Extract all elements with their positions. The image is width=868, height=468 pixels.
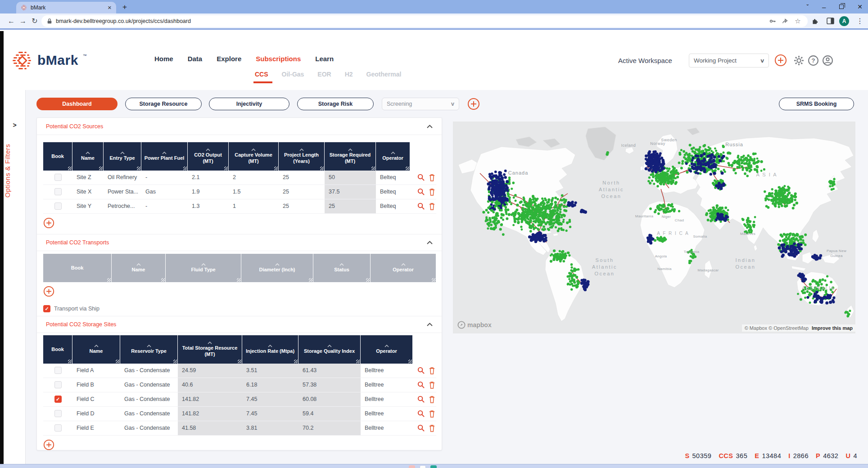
new-tab-button[interactable]: + (122, 3, 127, 12)
book-checkbox[interactable] (54, 202, 62, 210)
cell-storage-required[interactable]: 50 (325, 171, 376, 184)
inspect-magnifier-icon[interactable] (417, 174, 425, 181)
taskbar-app-icon[interactable] (420, 465, 426, 468)
browser-profile-avatar[interactable]: A (839, 16, 849, 26)
book-checkbox[interactable] (54, 396, 62, 403)
inspect-magnifier-icon[interactable] (417, 396, 425, 403)
nav-home[interactable]: Home (154, 55, 173, 63)
side-panel-icon[interactable] (826, 17, 835, 26)
browser-tab[interactable]: bMark ✕ (16, 2, 116, 14)
col-name[interactable]: Name (72, 335, 120, 364)
cell-injection-rate[interactable]: 3.51 (242, 364, 298, 378)
extensions-puzzle-icon[interactable] (810, 17, 819, 26)
col-operator[interactable]: Operator (361, 335, 413, 364)
delete-trash-icon[interactable] (429, 381, 435, 389)
back-button[interactable]: ← (5, 17, 17, 25)
collapse-chevron-icon[interactable] (427, 323, 433, 326)
cell-injection-rate[interactable]: 6.18 (242, 378, 298, 392)
col-book[interactable]: Book (43, 335, 72, 364)
bookmark-star-icon[interactable]: ☆ (793, 17, 802, 26)
book-checkbox[interactable] (54, 424, 62, 432)
working-project-select[interactable]: Working Project v (689, 54, 769, 68)
help-icon[interactable]: ? (808, 55, 819, 68)
nav-explore[interactable]: Explore (217, 55, 241, 63)
col-operator[interactable]: Operator (371, 254, 436, 282)
col-reservoir-type[interactable]: Reservoir Type (120, 335, 178, 364)
taskbar-app-icon[interactable] (409, 465, 415, 468)
cell-injection-rate[interactable]: 3.81 (242, 421, 298, 435)
add-source-button[interactable] (43, 217, 436, 230)
delete-trash-icon[interactable] (429, 396, 435, 403)
add-transport-button[interactable] (43, 286, 436, 299)
delete-trash-icon[interactable] (429, 174, 435, 181)
col-name[interactable]: Name (112, 254, 166, 282)
share-icon[interactable] (781, 17, 790, 26)
col-diameter[interactable]: Diameter (Inch) (241, 254, 313, 282)
taskbar-app-icon[interactable] (430, 465, 437, 468)
srms-booking-button[interactable]: SRMS Booking (779, 98, 854, 110)
address-bar[interactable]: bmark-dev.belltreegroup.co.uk/projects/c… (41, 15, 808, 27)
screening-select[interactable]: Screening v (382, 98, 459, 110)
subnav-eor[interactable]: EOR (317, 71, 331, 78)
subnav-ccs[interactable]: CCS (255, 71, 268, 78)
inspect-magnifier-icon[interactable] (417, 424, 425, 432)
collapse-chevron-icon[interactable] (427, 125, 433, 128)
password-key-icon[interactable] (768, 17, 777, 26)
cell-storage-required[interactable]: 37.5 (325, 185, 376, 199)
book-checkbox[interactable] (54, 381, 62, 388)
inspect-magnifier-icon[interactable] (417, 188, 425, 196)
close-window-button[interactable]: ✕ (857, 3, 863, 10)
col-storage-quality-index[interactable]: Storage Quality Index (298, 335, 361, 364)
nav-learn[interactable]: Learn (315, 55, 334, 63)
cell-injection-rate[interactable]: 7.45 (242, 392, 298, 406)
settings-gear-icon[interactable] (793, 55, 805, 68)
tab-injectivity[interactable]: Injectivity (209, 98, 289, 110)
cell-total-storage[interactable]: 40.6 (178, 378, 242, 392)
cell-storage-quality-index[interactable]: 61.43 (298, 364, 361, 378)
subnav-oil-gas[interactable]: Oil-Gas (282, 71, 304, 78)
options-filters-drawer[interactable]: > Options & Filters (4, 90, 26, 464)
delete-trash-icon[interactable] (429, 202, 435, 210)
inspect-magnifier-icon[interactable] (417, 367, 425, 374)
inspect-magnifier-icon[interactable] (417, 410, 425, 418)
mapbox-logo[interactable]: mapbox (457, 321, 492, 329)
col-co2-output[interactable]: CO2 Output (MT) (188, 142, 229, 171)
col-name[interactable]: Name (72, 142, 104, 171)
cell-total-storage[interactable]: 141.82 (178, 392, 242, 406)
col-power-plant-fuel[interactable]: Power Plant Fuel (141, 142, 188, 171)
cell-injection-rate[interactable]: 7.45 (242, 407, 298, 421)
bmark-logo[interactable]: bMark ™ (11, 50, 87, 72)
window-chevron-icon[interactable]: ˇ (807, 4, 809, 10)
add-tab-button[interactable] (467, 98, 480, 112)
tab-storage-resource[interactable]: Storage Resource (125, 98, 202, 110)
cell-total-storage[interactable]: 141.82 (178, 407, 242, 421)
user-avatar-icon[interactable] (822, 55, 833, 68)
delete-trash-icon[interactable] (429, 367, 435, 374)
collapse-chevron-icon[interactable] (427, 241, 433, 244)
transports-section-header[interactable]: Potential CO2 Transports (37, 234, 442, 251)
col-operator[interactable]: Operator (376, 142, 410, 171)
delete-trash-icon[interactable] (429, 424, 435, 432)
delete-trash-icon[interactable] (429, 188, 435, 196)
os-taskbar[interactable] (0, 464, 868, 468)
col-capture-volume[interactable]: Capture Volume (MT) (229, 142, 279, 171)
col-injection-rate[interactable]: Injection Rate (Mtpa) (242, 335, 298, 364)
storage-sites-section-header[interactable]: Potential CO2 Storage Sites (37, 316, 442, 333)
cell-storage-required[interactable]: 25 (325, 199, 376, 213)
tab-close-icon[interactable]: ✕ (108, 5, 112, 11)
subnav-geothermal[interactable]: Geothermal (366, 71, 402, 78)
col-storage-required[interactable]: Storage Required (MT) (325, 142, 376, 171)
subnav-h2[interactable]: H2 (345, 71, 353, 78)
cell-total-storage[interactable]: 41.58 (178, 421, 242, 435)
forward-button[interactable]: → (17, 17, 29, 25)
col-entry-type[interactable]: Entry Type (104, 142, 141, 171)
col-fluid-type[interactable]: Fluid Type (166, 254, 241, 282)
drawer-expand-chevron-icon[interactable]: > (4, 122, 26, 129)
book-checkbox[interactable] (54, 410, 62, 417)
inspect-magnifier-icon[interactable] (417, 381, 425, 389)
cell-storage-quality-index[interactable]: 70.2 (298, 421, 361, 435)
refresh-button[interactable]: ↻ (29, 17, 41, 25)
col-project-length[interactable]: Project Length (Years) (279, 142, 325, 171)
cell-storage-quality-index[interactable]: 59.4 (298, 407, 361, 421)
add-workspace-button[interactable] (774, 54, 787, 68)
